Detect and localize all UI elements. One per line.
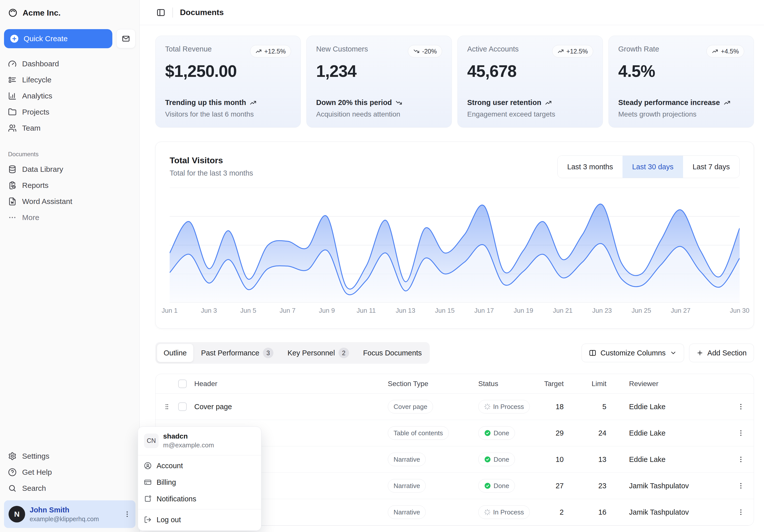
col-header: Header [194, 380, 388, 388]
stat-footer-sub: Engagement exceed targets [467, 110, 593, 118]
dots-v-icon [737, 403, 745, 410]
cell-limit[interactable]: 23 [564, 482, 606, 490]
row-menu-button[interactable] [730, 482, 754, 489]
row-menu-button[interactable] [730, 403, 754, 410]
cell-reviewer: Jamik Tashpulatov [622, 508, 730, 516]
trend-badge: +4.5% [706, 45, 744, 58]
cell-reviewer: Eddie Lake [622, 456, 730, 464]
menu-item-log-out[interactable]: Log out [140, 511, 259, 528]
menu-item-account[interactable]: Account [140, 458, 259, 474]
x-tick-label: Jun 19 [514, 307, 533, 315]
cell-status: Done [478, 479, 541, 492]
trend-up-icon [557, 48, 564, 55]
sidebar-item-team[interactable]: Team [4, 120, 135, 136]
menu-item-notifications[interactable]: Notifications [140, 490, 259, 507]
add-section-button[interactable]: Add Section [689, 343, 754, 362]
row-menu-button[interactable] [730, 429, 754, 437]
trend-up-icon [250, 99, 257, 106]
x-tick-label: Jun 9 [319, 307, 335, 315]
tab-outline[interactable]: Outline [157, 343, 194, 362]
trend-badge-value: +4.5% [721, 48, 739, 55]
range-option-last-7-days[interactable]: Last 7 days [683, 156, 739, 178]
sidebar-item-settings[interactable]: Settings [4, 448, 135, 464]
tab-key-personnel[interactable]: Key Personnel2 [281, 343, 356, 362]
sidebar-user-card[interactable]: N John Smith example@klipperhq.com [4, 500, 135, 528]
app-root: Acme Inc. Quick Create DashboardLifecycl… [0, 0, 764, 532]
brand[interactable]: Acme Inc. [4, 6, 135, 20]
stat-footer-text: Steady performance increase [618, 98, 720, 107]
sidebar-item-word-assistant[interactable]: Word Assistant [4, 194, 135, 209]
range-option-last-30-days[interactable]: Last 30 days [623, 156, 683, 178]
section-type-badge: Cover page [388, 400, 433, 413]
row-menu-button[interactable] [730, 456, 754, 463]
menu-item-billing[interactable]: Billing [140, 474, 259, 490]
customize-columns-button[interactable]: Customize Columns [582, 343, 684, 362]
quick-create-button[interactable]: Quick Create [4, 29, 112, 48]
quick-create-row: Quick Create [4, 29, 135, 48]
cell-reviewer: Eddie Lake [622, 429, 730, 437]
x-tick-label: Jun 25 [632, 307, 651, 315]
sidebar-nav-footer: SettingsGet HelpSearch [4, 448, 135, 496]
status-in-process-icon [484, 403, 490, 410]
logo-ring-icon [8, 8, 18, 18]
user-name: John Smith [30, 506, 119, 514]
select-all-cell [178, 379, 194, 388]
page-title: Documents [180, 8, 224, 17]
sidebar-item-projects[interactable]: Projects [4, 104, 135, 120]
drag-handle[interactable] [156, 403, 178, 410]
cell-limit[interactable]: 24 [564, 429, 606, 437]
sidebar-item-lifecycle[interactable]: Lifecycle [4, 72, 135, 88]
range-option-last-3-months[interactable]: Last 3 months [558, 156, 623, 178]
cell-target[interactable]: 29 [541, 429, 564, 437]
x-tick-label: Jun 5 [240, 307, 256, 315]
stat-footer: Strong user retentionEngagement exceed t… [467, 98, 593, 118]
trend-badge-value: -20% [422, 48, 437, 55]
trend-down-icon [413, 48, 420, 55]
cell-target[interactable]: 2 [541, 508, 564, 516]
status-done-icon [484, 482, 491, 489]
section-type-badge: Narrative [388, 505, 426, 519]
stat-value: $1,250.00 [165, 62, 291, 80]
cell-status: Done [478, 453, 541, 466]
status-badge: In Process [478, 505, 530, 519]
x-tick-label: Jun 30 [730, 307, 749, 315]
row-checkbox[interactable] [178, 402, 187, 411]
status-label: Done [493, 429, 509, 437]
user-meta: John Smith example@klipperhq.com [30, 506, 119, 523]
range-toggle-group: Last 3 monthsLast 30 daysLast 7 days [557, 156, 740, 178]
file-w-icon [8, 197, 17, 206]
stat-footer-sub: Acquisition needs attention [316, 110, 442, 118]
sidebar-item-data-library[interactable]: Data Library [4, 161, 135, 177]
stat-cards: Total Revenue+12.5%$1,250.00Trending up … [155, 36, 754, 128]
status-in-process-icon [484, 509, 490, 515]
sidebar-item-dashboard[interactable]: Dashboard [4, 56, 135, 72]
sidebar-item-more[interactable]: More [4, 209, 135, 225]
select-all-checkbox[interactable] [178, 379, 187, 388]
inbox-button[interactable] [116, 29, 135, 48]
x-tick-label: Jun 27 [671, 307, 690, 315]
quick-create-label: Quick Create [24, 34, 68, 43]
status-label: Done [493, 456, 509, 464]
cell-limit[interactable]: 5 [564, 403, 606, 411]
cell-target[interactable]: 27 [541, 482, 564, 490]
cell-target[interactable]: 18 [541, 403, 564, 411]
sidebar-item-label: Data Library [22, 165, 63, 174]
sidebar-item-reports[interactable]: Reports [4, 177, 135, 194]
cell-limit[interactable]: 13 [564, 456, 606, 464]
plus-icon [696, 349, 703, 356]
tab-focus-documents[interactable]: Focus Documents [357, 343, 429, 362]
sidebar-item-get-help[interactable]: Get Help [4, 464, 135, 480]
area-chart-svg [170, 188, 740, 303]
row-menu-button[interactable] [730, 508, 754, 516]
sidebar-item-label: Search [22, 484, 46, 492]
tab-past-performance[interactable]: Past Performance3 [195, 343, 280, 362]
cell-status: In Process [478, 505, 541, 519]
cell-header[interactable]: Cover page [194, 403, 388, 411]
topbar: Documents [140, 0, 764, 25]
sidebar-item-analytics[interactable]: Analytics [4, 88, 135, 104]
cell-target[interactable]: 10 [541, 456, 564, 464]
sidebar-nav-main: DashboardLifecycleAnalyticsProjectsTeam [4, 56, 135, 136]
cell-limit[interactable]: 16 [564, 508, 606, 516]
sidebar-item-search[interactable]: Search [4, 480, 135, 496]
x-tick-label: Jun 17 [474, 307, 494, 315]
